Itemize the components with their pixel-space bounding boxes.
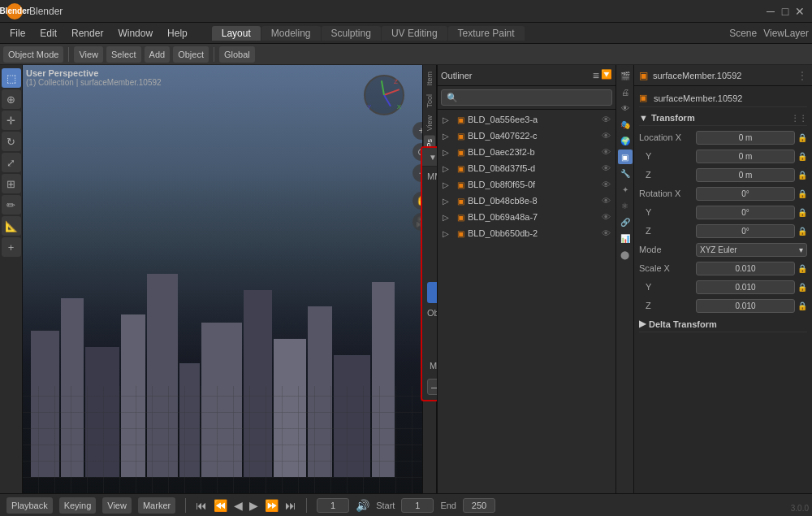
menu-render[interactable]: Render <box>65 26 110 41</box>
play-btn[interactable]: ▶ <box>249 499 258 512</box>
delta-transform-header[interactable]: ▶ Delta Transform <box>639 316 807 332</box>
audio-btn[interactable]: 🔊 <box>356 499 369 512</box>
props-world-btn[interactable]: 🌍 <box>618 133 633 148</box>
rotation-z-value[interactable]: 0° <box>696 224 795 238</box>
scale-x-value[interactable]: 0.010 <box>696 262 795 275</box>
props-output-btn[interactable]: 🖨 <box>618 85 633 99</box>
mmaps-panel-header[interactable]: ▼ MMAPs ⋮⋮ <box>422 148 437 167</box>
item-visibility-4[interactable]: 👁 <box>602 180 611 189</box>
location-x-lock[interactable]: 🔒 <box>797 133 807 142</box>
close-button[interactable]: ✕ <box>794 6 806 17</box>
minimize-button[interactable]: ─ <box>765 6 776 17</box>
playback-menu[interactable]: Playback <box>6 497 53 514</box>
outliner-item-5[interactable]: ▷ ▣ BLD_0b48cb8e-8 👁 <box>439 193 614 209</box>
menu-file[interactable]: File <box>3 26 32 41</box>
item-visibility-3[interactable]: 👁 <box>602 163 611 173</box>
transform-global[interactable]: Global <box>219 46 255 63</box>
workspace-sculpting[interactable]: Sculpting <box>322 26 381 41</box>
menu-help[interactable]: Help <box>161 26 194 41</box>
location-x-value[interactable]: 0 m <box>696 131 795 145</box>
outliner-item-2[interactable]: ▷ ▣ BLD_0aec23f2-b 👁 <box>439 144 614 160</box>
props-scene-btn[interactable]: 🎭 <box>618 117 633 132</box>
item-visibility-6[interactable]: 👁 <box>602 212 611 222</box>
props-data-btn[interactable]: 📊 <box>618 231 633 245</box>
item-visibility-1[interactable]: 👁 <box>602 131 611 141</box>
start-frame-input[interactable] <box>401 498 434 513</box>
workspace-layout[interactable]: Layout <box>212 26 261 41</box>
step-forward-btn[interactable]: ⏩ <box>265 499 279 512</box>
transform-options-icon[interactable]: ⋮⋮ <box>791 114 807 123</box>
outliner-options-icon[interactable]: ≡ <box>593 69 599 82</box>
rotation-z-lock[interactable]: 🔒 <box>797 227 807 236</box>
props-view-btn[interactable]: 👁 <box>618 101 633 115</box>
location-y-lock[interactable]: 🔒 <box>797 152 807 161</box>
current-frame-input[interactable] <box>317 498 349 513</box>
props-particle-btn[interactable]: ✦ <box>618 182 633 197</box>
props-object-btn[interactable]: ▣ <box>618 150 633 164</box>
outliner-item-1[interactable]: ▷ ▣ BLD_0a407622-c 👁 <box>439 128 614 144</box>
props-modifier-btn[interactable]: 🔧 <box>618 166 633 180</box>
outliner-search-input[interactable] <box>441 89 612 106</box>
outliner-filter-icon[interactable]: 🔽 <box>601 69 612 82</box>
keying-menu[interactable]: Keying <box>59 497 97 514</box>
object-menu[interactable]: Object <box>173 46 209 63</box>
workspace-modeling[interactable]: Modeling <box>261 26 321 41</box>
jump-start-btn[interactable]: ⏮ <box>196 499 207 512</box>
item-visibility-7[interactable]: 👁 <box>602 228 611 238</box>
rotation-mode-dropdown[interactable]: XYZ Euler ▾ <box>696 243 807 257</box>
rotation-x-value[interactable]: 0° <box>696 187 795 201</box>
3d-viewport[interactable]: User Perspective (1) Collection | surfac… <box>23 65 437 493</box>
location-z-lock[interactable]: 🔒 <box>797 171 807 180</box>
scale-y-lock[interactable]: 🔒 <box>797 283 807 292</box>
scale-y-value[interactable]: 0.010 <box>696 280 795 294</box>
view-menu[interactable]: View <box>74 46 103 63</box>
scale-z-value[interactable]: 0.010 <box>696 299 795 313</box>
tool-scale[interactable]: ⤢ <box>2 153 21 172</box>
rotation-x-lock[interactable]: 🔒 <box>797 189 807 198</box>
outliner-item-3[interactable]: ▷ ▣ BLD_0b8d37f5-d 👁 <box>439 160 614 176</box>
add-menu[interactable]: Add <box>145 46 171 63</box>
props-constraint-btn[interactable]: 🔗 <box>618 215 633 229</box>
scale-z-lock[interactable]: 🔒 <box>797 301 807 310</box>
tool-rotate[interactable]: ↻ <box>2 132 21 151</box>
item-visibility-2[interactable]: 👁 <box>602 147 611 157</box>
outliner-item-7[interactable]: ▷ ▣ BLD_0bb650db-2 👁 <box>439 225 614 241</box>
tool-move[interactable]: ✛ <box>2 111 21 130</box>
props-options-icon[interactable]: ⋮ <box>797 70 807 81</box>
transform-header[interactable]: ▼ Transform ⋮⋮ <box>639 111 807 126</box>
workspace-uv-editing[interactable]: UV Editing <box>382 26 447 41</box>
outliner-item-0[interactable]: ▷ ▣ BLD_0a556ee3-a 👁 <box>439 111 614 128</box>
outliner-item-6[interactable]: ▷ ▣ BLD_0b69a48a-7 👁 <box>439 209 614 225</box>
menu-window[interactable]: Window <box>111 26 159 41</box>
step-back-btn[interactable]: ⏪ <box>214 499 227 512</box>
mode-selector[interactable]: Object Mode <box>3 46 63 63</box>
outliner-item-4[interactable]: ▷ ▣ BLD_0b8f0f65-0f 👁 <box>439 176 614 193</box>
workspace-texture-paint[interactable]: Texture Paint <box>448 26 525 41</box>
launch-button[interactable]: Launch <box>427 282 437 303</box>
tool-select[interactable]: ⬚ <box>2 68 21 88</box>
item-visibility-0[interactable]: 👁 <box>602 115 611 124</box>
rotation-y-lock[interactable]: 🔒 <box>797 208 807 217</box>
maximize-button[interactable]: □ <box>780 6 791 17</box>
item-visibility-5[interactable]: 👁 <box>602 196 611 206</box>
location-z-value[interactable]: 0 m <box>696 168 795 182</box>
props-render-btn[interactable]: 🎬 <box>618 68 633 83</box>
tool-measure[interactable]: 📐 <box>2 216 21 236</box>
location-y-value[interactable]: 0 m <box>696 150 795 163</box>
vtab-tool[interactable]: Tool <box>424 91 435 111</box>
tool-cursor[interactable]: ⊕ <box>2 89 21 109</box>
menu-edit[interactable]: Edit <box>33 26 63 41</box>
tool-annotate[interactable]: ✏ <box>2 195 21 215</box>
vtab-item[interactable]: Item <box>424 68 435 89</box>
rotation-y-value[interactable]: 0° <box>696 206 795 219</box>
scale-x-lock[interactable]: 🔒 <box>797 264 807 273</box>
tool-add[interactable]: + <box>2 237 21 257</box>
marker-menu[interactable]: Marker <box>138 497 175 514</box>
remove-button[interactable]: — <box>427 379 437 395</box>
vtab-view[interactable]: View <box>424 112 435 134</box>
select-menu[interactable]: Select <box>106 46 141 63</box>
jump-end-btn[interactable]: ⏭ <box>285 499 296 512</box>
props-material-btn[interactable]: ⬤ <box>618 247 633 262</box>
tool-transform[interactable]: ⊞ <box>2 174 21 193</box>
play-reverse-btn[interactable]: ◀ <box>234 499 243 512</box>
